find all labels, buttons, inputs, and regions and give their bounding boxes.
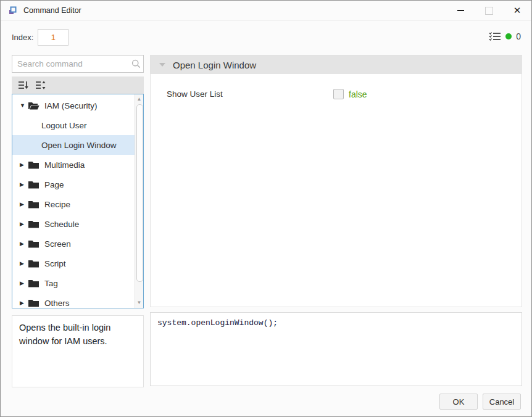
index-label: Index: <box>12 33 33 42</box>
tree-item-others[interactable]: ▶Others <box>12 293 135 308</box>
property-value: false <box>349 89 367 99</box>
folder-closed-icon <box>28 180 39 189</box>
expand-all-icon[interactable] <box>18 80 29 91</box>
folder-closed-icon <box>28 259 39 268</box>
tree-expander-icon[interactable]: ▶ <box>20 162 28 168</box>
tree-item-label: Tag <box>44 279 58 288</box>
tree-item-tag[interactable]: ▶Tag <box>12 273 135 293</box>
ok-button[interactable]: OK <box>439 394 478 410</box>
tree-item-script[interactable]: ▶Script <box>12 254 135 273</box>
tree-expander-icon[interactable]: ▶ <box>20 300 28 306</box>
tree-item-label: Screen <box>44 239 71 249</box>
tree-expander-icon[interactable]: ▶ <box>20 201 28 207</box>
tree-item-label: Page <box>44 180 64 189</box>
property-label: Show User List <box>167 89 333 99</box>
tree-expander-icon[interactable]: ▶ <box>20 241 28 247</box>
tree-scrollbar[interactable]: ▲ ▼ <box>135 94 143 308</box>
search-box <box>12 55 144 73</box>
tree-item-label: Script <box>44 259 66 268</box>
tree-item-label: Schedule <box>44 220 79 229</box>
maximize-button[interactable] <box>475 1 503 20</box>
tree-expander-icon[interactable]: ▶ <box>20 260 28 266</box>
search-icon <box>131 59 141 68</box>
tree-expander-icon[interactable]: ▼ <box>20 102 28 109</box>
tree-item-multimedia[interactable]: ▶Multimedia <box>12 155 135 175</box>
window-controls: ✕ <box>446 1 531 20</box>
tree-expander-icon[interactable]: ▶ <box>20 280 28 286</box>
cancel-button[interactable]: Cancel <box>483 394 521 410</box>
multi-expand-icon[interactable] <box>35 80 46 91</box>
property-panel-title: Open Login Window <box>173 60 256 70</box>
window-title: Command Editor <box>23 6 81 15</box>
checklist-icon[interactable] <box>489 31 501 41</box>
sidebar: ▼IAM (Security)Logout UserOpen Login Win… <box>12 55 144 387</box>
tree-toolbar <box>12 76 144 94</box>
folder-closed-icon <box>28 160 39 170</box>
scroll-thumb[interactable] <box>136 104 143 282</box>
property-row: Show User Listfalse <box>151 89 522 99</box>
tree-expander-icon[interactable]: ▶ <box>20 221 28 227</box>
command-editor-window: Command Editor ✕ Index: 0 <box>0 0 532 417</box>
status-area: 0 <box>489 31 521 41</box>
app-icon <box>7 6 18 16</box>
scroll-down-icon[interactable]: ▼ <box>135 299 143 307</box>
editor-panel: Open Login Window Show User Listfalse sy… <box>150 55 522 386</box>
folder-closed-icon <box>28 299 39 308</box>
folder-open-icon <box>28 101 39 110</box>
footer: OK Cancel <box>1 387 531 416</box>
collapse-arrow-icon <box>159 63 165 67</box>
tree-item-iam-security[interactable]: ▼IAM (Security) <box>12 96 135 115</box>
tree-item-label: Open Login Window <box>41 141 117 150</box>
property-panel: Open Login Window Show User Listfalse <box>150 55 522 307</box>
status-count: 0 <box>516 31 521 41</box>
command-description: Opens the built-in login window for IAM … <box>12 315 144 387</box>
index-row: Index: <box>12 29 69 46</box>
minimize-icon <box>457 10 464 10</box>
tree-item-recipe[interactable]: ▶Recipe <box>12 194 135 214</box>
index-input[interactable] <box>38 29 69 46</box>
tree-item-label: IAM (Security) <box>44 101 98 110</box>
tree-item-open-login-window[interactable]: Open Login Window <box>12 135 135 155</box>
tree-expander-icon[interactable]: ▶ <box>20 181 28 188</box>
minimize-button[interactable] <box>446 1 475 20</box>
tree-item-label: Multimedia <box>44 160 85 170</box>
code-preview: system.openLoginWindow(); <box>150 312 522 386</box>
tree-item-schedule[interactable]: ▶Schedule <box>12 214 135 234</box>
titlebar: Command Editor ✕ <box>1 1 531 21</box>
tree-item-logout-user[interactable]: Logout User <box>12 115 135 135</box>
folder-closed-icon <box>28 220 39 229</box>
folder-closed-icon <box>28 200 39 209</box>
property-panel-header[interactable]: Open Login Window <box>151 56 522 74</box>
folder-closed-icon <box>28 239 39 249</box>
tree-item-page[interactable]: ▶Page <box>12 175 135 194</box>
tree-item-label: Others <box>44 299 70 308</box>
close-icon: ✕ <box>513 5 522 16</box>
command-tree: ▼IAM (Security)Logout UserOpen Login Win… <box>12 94 144 308</box>
close-button[interactable]: ✕ <box>503 1 531 20</box>
property-checkbox[interactable] <box>333 89 344 99</box>
folder-closed-icon <box>28 279 39 288</box>
scroll-up-icon[interactable]: ▲ <box>135 95 143 104</box>
search-input[interactable] <box>12 56 131 72</box>
tree-item-screen[interactable]: ▶Screen <box>12 234 135 254</box>
tree-item-label: Logout User <box>41 121 87 130</box>
tree-item-label: Recipe <box>44 200 70 209</box>
status-dot-icon <box>505 33 512 39</box>
maximize-icon <box>485 7 493 15</box>
